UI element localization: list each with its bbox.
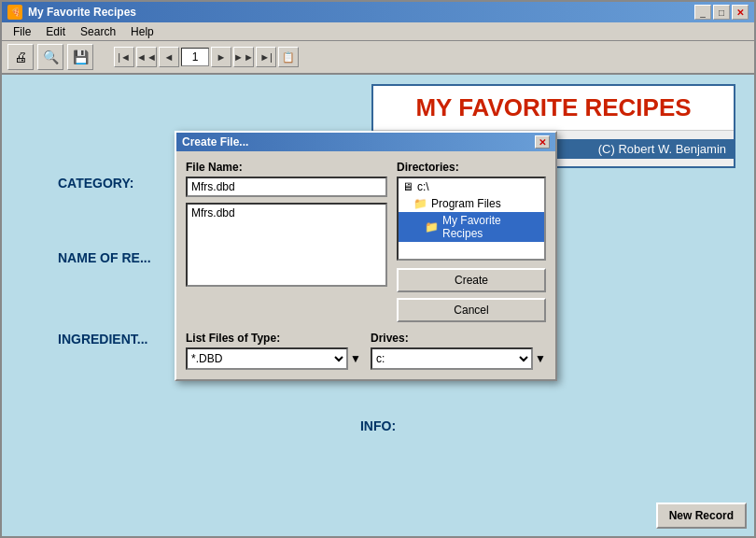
- drives-select[interactable]: c:: [371, 347, 533, 370]
- dialog-overlay: Create File... ✕ File Name: Mfrs.dbd: [2, 75, 754, 536]
- folder-icon: 📁: [413, 197, 427, 210]
- print-button[interactable]: 🖨: [7, 44, 34, 70]
- file-name-label: File Name:: [186, 161, 387, 174]
- folder-selected-icon: 📁: [425, 220, 439, 234]
- list-files-dropdown-arrow[interactable]: ▼: [350, 352, 361, 365]
- nav-last-button[interactable]: ►|: [256, 47, 276, 67]
- dir-item-my-favorite-recipes[interactable]: 📁 My Favorite Recipes: [399, 212, 544, 242]
- menu-bar: File Edit Search Help: [2, 22, 754, 41]
- dir-item-c[interactable]: 🖥 c:\: [399, 178, 544, 195]
- create-file-dialog: Create File... ✕ File Name: Mfrs.dbd: [175, 131, 557, 381]
- dir-item-c-label: c:\: [417, 180, 429, 193]
- create-button[interactable]: Create: [397, 268, 546, 292]
- dialog-close-button[interactable]: ✕: [535, 135, 550, 149]
- window-title: My Favorite Recipes: [28, 6, 136, 19]
- dialog-title-text: Create File...: [182, 135, 248, 149]
- minimize-button[interactable]: _: [694, 5, 711, 20]
- list-files-group: List Files of Type: *.DBD ▼: [186, 332, 361, 370]
- menu-help[interactable]: Help: [123, 23, 161, 40]
- dialog-footer: List Files of Type: *.DBD ▼ Drives:: [176, 332, 555, 379]
- dialog-right-panel: Directories: 🖥 c:\ 📁 Program Files: [397, 161, 546, 322]
- save-button[interactable]: 💾: [67, 44, 93, 70]
- dialog-left-panel: File Name: Mfrs.dbd: [186, 161, 387, 322]
- app-icon: 🍕: [7, 5, 22, 20]
- nav-list-button[interactable]: 📋: [278, 47, 299, 67]
- nav-prev-button[interactable]: ◄: [159, 47, 179, 67]
- main-window: 🍕 My Favorite Recipes _ □ ✕ File Edit Se…: [0, 0, 756, 538]
- nav-prev-fast-button[interactable]: ◄◄: [136, 47, 157, 67]
- window-controls: _ □ ✕: [694, 5, 749, 20]
- menu-file[interactable]: File: [6, 23, 38, 40]
- dialog-actions: Create Cancel: [397, 268, 546, 322]
- menu-search[interactable]: Search: [73, 23, 123, 40]
- search-button[interactable]: 🔍: [37, 44, 63, 70]
- title-bar-left: 🍕 My Favorite Recipes: [7, 5, 136, 20]
- toolbar: 🖨 🔍 💾 |◄ ◄◄ ◄ 1 ► ►► ►| 📋: [2, 41, 754, 75]
- nav-next-fast-button[interactable]: ►►: [233, 47, 254, 67]
- title-bar: 🍕 My Favorite Recipes _ □ ✕: [2, 2, 754, 22]
- dir-item-program-files-label: Program Files: [431, 197, 501, 210]
- maximize-button[interactable]: □: [713, 5, 730, 20]
- nav-first-button[interactable]: |◄: [114, 47, 134, 67]
- directories-list[interactable]: 🖥 c:\ 📁 Program Files 📁 My Favorite Reci…: [397, 177, 546, 261]
- dir-item-program-files[interactable]: 📁 Program Files: [399, 195, 544, 212]
- drives-label: Drives:: [371, 332, 546, 345]
- drives-group: Drives: c: ▼: [371, 332, 546, 370]
- file-name-input[interactable]: [186, 177, 387, 197]
- close-button[interactable]: ✕: [732, 5, 749, 20]
- nav-next-button[interactable]: ►: [211, 47, 231, 67]
- menu-edit[interactable]: Edit: [38, 23, 73, 40]
- main-content: MY FAVORITE RECIPES (C) Robert W. Benjam…: [2, 75, 754, 536]
- dialog-body: File Name: Mfrs.dbd Directories: 🖥 c:\: [176, 151, 555, 332]
- drive-icon: 🖥: [402, 180, 413, 193]
- dir-item-my-favorite-recipes-label: My Favorite Recipes: [442, 214, 540, 240]
- directories-label: Directories:: [397, 161, 546, 174]
- cancel-button[interactable]: Cancel: [397, 298, 546, 322]
- page-number: 1: [181, 48, 209, 66]
- nav-controls: |◄ ◄◄ ◄ 1 ► ►► ►| 📋: [114, 47, 299, 67]
- list-files-label: List Files of Type:: [186, 332, 361, 345]
- drives-dropdown-arrow[interactable]: ▼: [535, 352, 546, 365]
- list-files-select[interactable]: *.DBD: [186, 347, 348, 370]
- file-list[interactable]: Mfrs.dbd: [186, 203, 387, 287]
- dialog-title-bar: Create File... ✕: [176, 133, 555, 151]
- file-list-item[interactable]: Mfrs.dbd: [188, 205, 385, 221]
